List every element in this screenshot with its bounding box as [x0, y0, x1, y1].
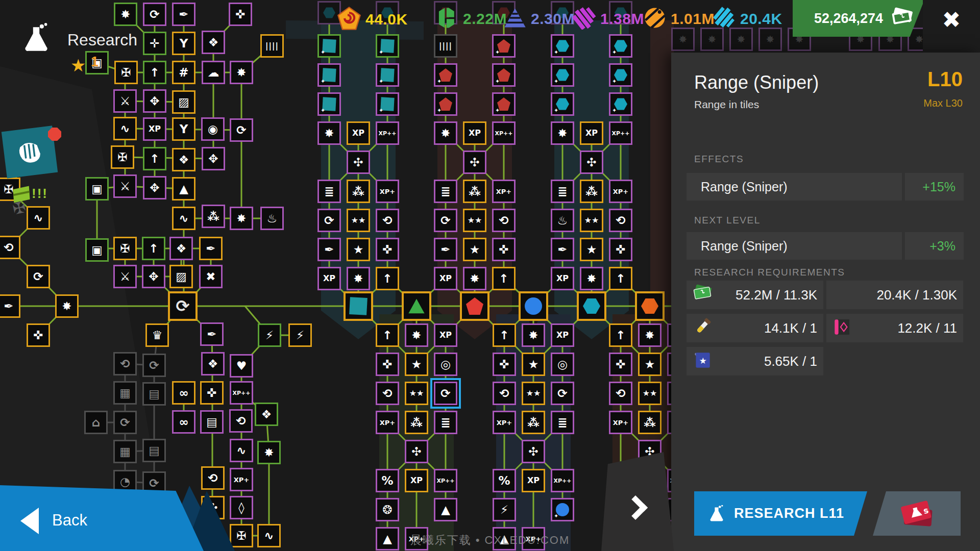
tree-node[interactable]: ✸: [230, 61, 253, 84]
tree-node[interactable]: ◎: [551, 353, 574, 376]
locked-node[interactable]: ▤: [142, 439, 166, 462]
tree-node[interactable]: ⟲: [0, 236, 20, 259]
tree-node[interactable]: XP: [580, 121, 603, 145]
tree-node[interactable]: ⁂: [638, 411, 662, 434]
tree-node[interactable]: ↑: [143, 61, 166, 84]
tree-node[interactable]: ||||: [260, 34, 284, 58]
locked-node[interactable]: ▤: [142, 382, 166, 406]
tree-node[interactable]: ⟲: [376, 209, 399, 232]
tree-node[interactable]: ✦: [376, 92, 399, 116]
tree-node[interactable]: ✸: [257, 441, 281, 464]
tree-node[interactable]: ✖: [199, 265, 223, 288]
tree-node[interactable]: XP++: [492, 121, 516, 145]
tree-node[interactable]: ⁂: [580, 180, 603, 203]
tree-node[interactable]: ✥: [142, 265, 165, 288]
tree-node[interactable]: ⟲: [609, 209, 632, 232]
tree-node[interactable]: ✦: [551, 34, 574, 58]
tree-node[interactable]: XP: [405, 469, 428, 492]
tree-node[interactable]: ✦: [492, 92, 516, 116]
tree-node[interactable]: ✸: [114, 3, 137, 26]
tree-node[interactable]: ✒: [172, 3, 195, 26]
tree-node[interactable]: ⁂: [463, 180, 486, 203]
milestone-gem-node[interactable]: [460, 291, 489, 321]
tree-node[interactable]: ✦: [551, 498, 574, 521]
tree-node[interactable]: ✒: [0, 294, 20, 318]
tree-node[interactable]: ✣: [463, 151, 486, 174]
tree-node[interactable]: ✥: [202, 147, 225, 170]
locked-node[interactable]: ▦: [113, 440, 137, 463]
tree-node[interactable]: ▨: [172, 90, 195, 114]
tree-node[interactable]: ✦: [609, 92, 632, 116]
tree-node[interactable]: XP++: [551, 469, 574, 492]
tree-node[interactable]: ★★: [638, 382, 662, 405]
tree-node[interactable]: XP: [463, 121, 486, 145]
tree-node[interactable]: %: [493, 469, 516, 492]
tree-node[interactable]: XP: [347, 121, 370, 145]
tree-node[interactable]: ✛: [143, 32, 166, 55]
tree-node[interactable]: ⟳: [434, 209, 457, 232]
tree-node[interactable]: ≣: [551, 180, 574, 203]
research-button[interactable]: RESEARCH L11: [694, 491, 867, 536]
tree-node[interactable]: ▨: [169, 265, 193, 288]
milestone-gem-node[interactable]: ⟳: [168, 291, 198, 321]
milestone-gem-node[interactable]: [635, 291, 665, 321]
tree-node[interactable]: ✒: [551, 238, 574, 261]
tree-node[interactable]: ♨: [260, 207, 284, 230]
tree-node[interactable]: ✣: [405, 440, 428, 463]
tree-node[interactable]: ⁂: [522, 411, 545, 434]
tree-node[interactable]: ✸: [317, 121, 341, 145]
tree-node[interactable]: ✦: [492, 63, 516, 87]
tree-node[interactable]: ⟲: [376, 382, 399, 405]
tree-node[interactable]: ∿: [172, 207, 195, 230]
tree-node[interactable]: ❂: [376, 498, 399, 521]
tree-node[interactable]: ⚡: [258, 323, 281, 347]
tree-node[interactable]: ≣: [317, 180, 341, 203]
tree-node[interactable]: XP: [551, 323, 574, 347]
tree-node[interactable]: XP++: [376, 121, 399, 145]
tree-node[interactable]: ≣: [434, 180, 457, 203]
tree-node[interactable]: ↑: [492, 267, 516, 290]
tree-node[interactable]: ✜: [27, 323, 50, 347]
tree-node[interactable]: ✸: [463, 267, 486, 290]
tree-node[interactable]: ⟳: [230, 118, 253, 142]
tree-node[interactable]: ▲: [434, 498, 457, 521]
tree-node[interactable]: ☁: [202, 61, 225, 84]
tree-node[interactable]: %: [376, 469, 399, 492]
tree-node[interactable]: ✠: [230, 524, 253, 547]
tree-node[interactable]: ∞: [172, 410, 195, 434]
tree-node[interactable]: ▣: [85, 238, 109, 262]
tree-node[interactable]: ⟲: [492, 209, 516, 232]
locked-node[interactable]: ⌂: [84, 411, 108, 434]
tree-node[interactable]: ✠: [114, 61, 138, 84]
close-icon[interactable]: ✖: [938, 6, 965, 33]
tree-node[interactable]: ▤: [200, 410, 224, 434]
tree-node[interactable]: ✜: [609, 238, 632, 261]
locked-node[interactable]: ⟲: [113, 352, 137, 375]
tree-node[interactable]: ❖: [201, 352, 225, 375]
tree-node[interactable]: ✸: [230, 207, 253, 230]
milestone-gem-node[interactable]: [402, 291, 431, 321]
tree-node[interactable]: ∿: [257, 524, 281, 547]
tree-node[interactable]: ✦: [376, 63, 399, 87]
tree-node[interactable]: ↑: [609, 267, 632, 290]
tree-node[interactable]: ✜: [376, 353, 399, 376]
tree-node[interactable]: XP+: [609, 180, 632, 203]
tree-node[interactable]: ★: [580, 238, 603, 261]
tree-node[interactable]: ✸: [638, 323, 662, 347]
tree-node[interactable]: ⚔: [113, 174, 137, 198]
tree-node[interactable]: ≣: [434, 411, 457, 434]
tree-node[interactable]: ↑: [143, 147, 166, 170]
tree-node[interactable]: ✦: [434, 92, 457, 116]
locked-node[interactable]: ⟳: [113, 411, 137, 434]
tree-node[interactable]: ✒: [200, 322, 224, 346]
tree-node[interactable]: ✸: [522, 323, 545, 347]
tree-node[interactable]: ∿: [113, 117, 137, 140]
tree-node[interactable]: XP+: [376, 411, 399, 434]
tree-node[interactable]: XP++: [230, 381, 253, 405]
tree-node[interactable]: ★★: [580, 209, 603, 232]
tree-node[interactable]: ✒: [199, 237, 223, 260]
tree-node[interactable]: ✒: [434, 238, 457, 261]
tree-node[interactable]: ✜: [493, 353, 516, 376]
tree-node[interactable]: ▲: [172, 177, 195, 201]
tree-node[interactable]: ⟳: [317, 209, 341, 232]
